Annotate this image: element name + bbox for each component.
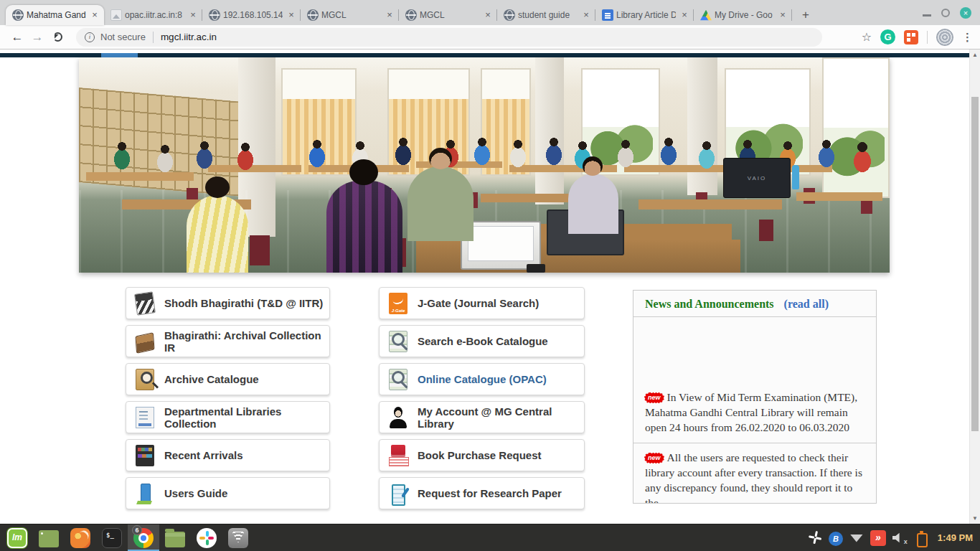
quick-link-card[interactable]: Search e-Book Catalogue — [379, 325, 585, 357]
tray-icon-slack-tray[interactable] — [806, 527, 825, 547]
tab-close-icon[interactable] — [384, 9, 395, 21]
tab-title: Library Article D — [616, 10, 676, 20]
taskbar-app-wifi[interactable] — [222, 524, 254, 551]
tray-icon-anydesk[interactable] — [870, 530, 886, 546]
scrollbar-up-arrow[interactable]: ▲ — [970, 52, 980, 58]
quick-link-label: Recent Arrivals — [164, 449, 243, 461]
toolbar-divider — [927, 31, 928, 44]
quick-link-card[interactable]: Online Catalogue (OPAC) — [379, 363, 585, 395]
reload-icon — [53, 32, 62, 42]
tray-icon-volume-muted[interactable] — [892, 529, 908, 547]
profile-avatar[interactable] — [936, 29, 953, 46]
news-panel: News and Announcements (read all) newIn … — [633, 290, 877, 504]
tray-icon-network[interactable] — [849, 529, 864, 547]
tray-icon-bluetooth[interactable] — [829, 532, 843, 546]
quick-link-card[interactable]: Request for Research Paper — [379, 477, 585, 509]
quicklink-icon-book-search — [389, 331, 407, 352]
tab-close-icon[interactable] — [286, 9, 297, 21]
minimize-button[interactable] — [923, 14, 931, 17]
news-item[interactable]: newAll the users are requested to check … — [633, 443, 876, 503]
browser-tab[interactable]: Mahatma Gand — [6, 5, 104, 25]
tray-icon-battery[interactable] — [913, 529, 929, 547]
browser-tab[interactable]: Library Article D — [595, 5, 694, 25]
toolbar-extensions — [862, 29, 973, 46]
photo-laptop-vaio — [723, 158, 791, 198]
quicklink-icon-jgate — [389, 293, 407, 314]
browser-tab[interactable]: student guide — [497, 5, 595, 25]
quick-link-card[interactable]: Departmental Libraries Collection — [126, 401, 330, 433]
scrollbar-down-arrow[interactable]: ▼ — [970, 515, 980, 522]
quick-link-label: Users Guide — [164, 487, 227, 499]
bookmark-star-icon[interactable] — [862, 30, 872, 44]
photo-phone — [527, 264, 545, 273]
quick-links-middle: J-Gate (Journal Search) Search e-Book Ca… — [379, 287, 585, 515]
new-tab-button[interactable] — [795, 6, 816, 24]
app-icon-mint-menu — [7, 528, 27, 548]
tab-close-icon[interactable] — [482, 9, 494, 21]
news-item[interactable]: newIn View of Mid Term Examination (MTE)… — [633, 383, 876, 443]
window-controls — [914, 0, 980, 25]
quick-link-label: Shodh Bhagirathi (T&D @ IITR) — [164, 297, 323, 309]
system-tray: 1:49 PM — [807, 529, 976, 547]
browser-menu-icon[interactable] — [962, 31, 973, 44]
close-button[interactable] — [960, 7, 971, 19]
quick-link-card[interactable]: Book Purchase Request — [379, 439, 585, 471]
grammarly-extension-icon[interactable] — [880, 29, 895, 44]
tab-title: MGCL — [321, 10, 381, 20]
tab-close-icon[interactable] — [679, 9, 690, 21]
taskbar-app-slack[interactable] — [191, 524, 222, 551]
taskbar-app-desktop[interactable] — [33, 524, 65, 551]
quick-link-card[interactable]: Recent Arrivals — [126, 439, 330, 471]
tab-close-icon[interactable] — [777, 9, 788, 21]
favicon-globe — [504, 9, 515, 21]
quick-link-card[interactable]: Bhagirathi: Archival Collection IR — [126, 325, 330, 357]
quicklink-icon-thesis — [134, 291, 156, 315]
tab-close-icon[interactable] — [580, 9, 592, 21]
taskbar-app-files[interactable] — [159, 524, 191, 551]
back-button[interactable]: ← — [7, 27, 27, 47]
quicklink-icon-department — [136, 407, 154, 428]
news-read-all-link[interactable]: (read all) — [784, 298, 829, 311]
forward-button[interactable]: → — [27, 27, 47, 47]
quick-link-card[interactable]: My Account @ MG Central Library — [379, 401, 585, 433]
browser-tab[interactable]: opac.iitr.ac.in:8 — [104, 5, 202, 25]
photo-bottle — [792, 165, 799, 189]
extension-icon[interactable] — [904, 30, 918, 44]
quick-link-label: Search e-Book Catalogue — [418, 335, 548, 347]
taskbar: 6 1:49 PM — [0, 524, 980, 551]
quick-links-left: Shodh Bhagirathi (T&D @ IITR) Bhagirathi… — [126, 287, 330, 515]
reload-button[interactable] — [47, 27, 67, 47]
browser-tab[interactable]: My Drive - Goo — [694, 5, 792, 25]
url-text: mgcl.iitr.ac.in — [161, 32, 217, 42]
scrollbar-thumb[interactable] — [971, 97, 979, 431]
library-photo — [79, 57, 890, 273]
favicon-drive — [700, 9, 712, 21]
clock[interactable]: 1:49 PM — [938, 532, 973, 543]
news-body: newIn View of Mid Term Examination (MTE)… — [633, 317, 876, 503]
taskbar-app-firefox[interactable] — [65, 524, 96, 551]
tab-close-icon[interactable] — [89, 9, 100, 21]
quick-link-card[interactable]: Users Guide — [126, 477, 330, 509]
address-bar[interactable]: Not secure mgcl.iitr.ac.in — [76, 28, 822, 47]
quick-link-card[interactable]: J-Gate (Journal Search) — [379, 287, 585, 319]
tab-close-icon[interactable] — [187, 9, 199, 21]
quicklink-icon-clipboard — [389, 483, 407, 504]
taskbar-app-mint-menu[interactable] — [1, 524, 33, 551]
quick-link-card[interactable]: Shodh Bhagirathi (T&D @ IITR) — [126, 287, 330, 319]
browser-tab[interactable]: MGCL — [399, 5, 497, 25]
quick-link-label: Book Purchase Request — [418, 449, 542, 461]
quick-link-card[interactable]: Archive Catalogue — [126, 363, 330, 395]
favicon-globe — [307, 9, 319, 21]
page-viewport: Shodh Bhagirathi (T&D @ IITR) Bhagirathi… — [0, 50, 980, 524]
taskbar-app-terminal[interactable] — [96, 524, 128, 551]
restore-button[interactable] — [941, 9, 950, 17]
browser-tab[interactable]: MGCL — [301, 5, 399, 25]
tab-title: Mahatma Gand — [27, 10, 86, 20]
page-scrollbar[interactable]: ▲ ▼ — [969, 50, 980, 524]
quicklink-icon-kiosk — [136, 483, 154, 504]
taskbar-app-chrome[interactable]: 6 — [128, 524, 159, 551]
browser-tab[interactable]: 192.168.105.14 — [202, 5, 301, 25]
tab-title: MGCL — [420, 10, 479, 20]
favicon-globe — [209, 9, 220, 21]
info-icon[interactable] — [85, 32, 95, 42]
